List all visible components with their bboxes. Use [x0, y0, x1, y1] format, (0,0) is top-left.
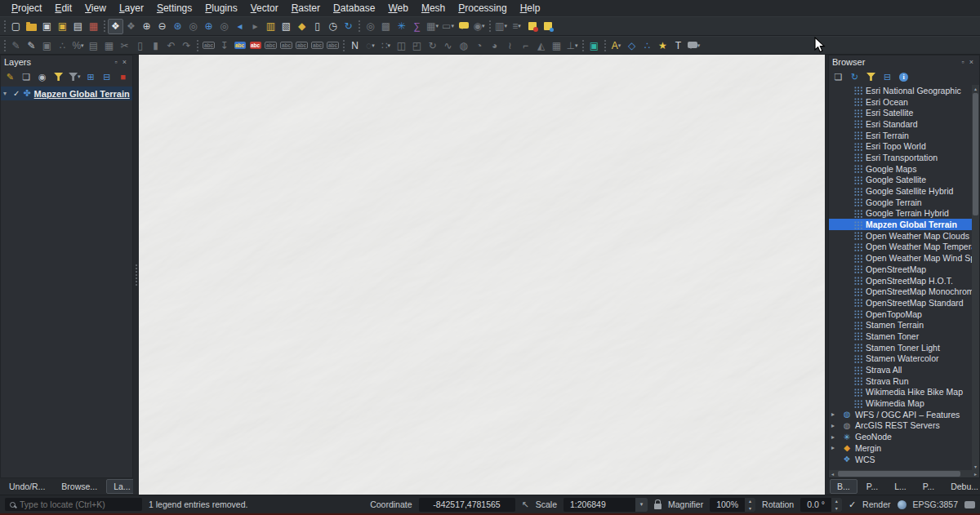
browser-item[interactable]: Google Terrain Hybrid: [829, 208, 972, 220]
dock-tab[interactable]: Debu...: [943, 479, 980, 494]
advanced-digitizing-icon[interactable]: % ▾: [70, 38, 86, 53]
browser-item[interactable]: Esri Topo World: [829, 140, 972, 152]
collapse-browser-icon[interactable]: ⊟ ▾: [880, 70, 894, 84]
text-annotation-off-icon[interactable]: ▾: [524, 19, 540, 34]
browser-connection-item[interactable]: ❖ WCS: [829, 454, 972, 465]
undo-icon[interactable]: ↶ ▾: [163, 38, 179, 53]
layer-checkbox[interactable]: ✓: [13, 89, 20, 98]
pin-annotation-icon[interactable]: ▾: [540, 19, 555, 34]
map-canvas[interactable]: [139, 55, 825, 495]
toolbar-handle[interactable]: ▾: [2, 19, 8, 34]
create-text-annotation-icon[interactable]: T ▾: [670, 38, 686, 53]
save-project-icon[interactable]: ▣ ▾: [39, 19, 55, 34]
new-project-icon[interactable]: ▢ ▾: [8, 19, 24, 34]
vertical-scrollbar[interactable]: ▴ ▾: [972, 85, 979, 470]
expand-arrow-icon[interactable]: ▸: [831, 433, 839, 441]
browser-item[interactable]: Stamen Toner Light: [829, 342, 972, 353]
zoom-native-icon[interactable]: ◎ ▾: [185, 19, 201, 34]
pan-map-icon[interactable]: ❖ ▾: [108, 19, 123, 34]
menu-item[interactable]: Settings: [150, 1, 198, 16]
diagram-options-icon[interactable]: ▦ ▾: [549, 38, 564, 53]
move-feature-icon[interactable]: ∷ ▾: [378, 38, 394, 53]
zoom-full-icon[interactable]: ⊛ ▾: [170, 19, 185, 34]
zoom-last-icon[interactable]: ◂ ▾: [232, 19, 247, 34]
scrollbar-thumb[interactable]: [973, 93, 978, 215]
vertex-tool-icon[interactable]: N ▾: [347, 38, 363, 53]
current-edits-icon[interactable]: ✎ ▾: [24, 38, 39, 53]
dock-tab[interactable]: Undo/R...: [2, 479, 52, 494]
locator-search[interactable]: [5, 498, 142, 511]
locator-input[interactable]: [20, 499, 137, 509]
tracing-icon[interactable]: ⊥ ▾: [564, 38, 580, 53]
zoom-to-layer-icon[interactable]: ⊕ ▾: [201, 19, 216, 34]
expand-arrow-icon[interactable]: ▸: [831, 411, 839, 418]
add-selected-layers-icon[interactable]: ❏ ▾: [831, 70, 845, 84]
scroll-left-icon[interactable]: ◂: [829, 471, 836, 477]
create-point-annotation-icon[interactable]: ∴ ▾: [639, 38, 655, 53]
menu-item[interactable]: Help: [514, 1, 547, 16]
temporal-controller-icon[interactable]: ◷ ▾: [325, 19, 341, 34]
dock-tab[interactable]: B...: [830, 479, 858, 494]
browser-item[interactable]: Google Satellite Hybrid: [829, 185, 972, 197]
menu-item[interactable]: Plugins: [198, 1, 243, 16]
browser-item[interactable]: Open Weather Map Clouds: [829, 230, 972, 242]
rotate-feature-icon[interactable]: ↻ ▾: [425, 38, 440, 53]
layers-visibility-icon[interactable]: ▣ ▾: [586, 38, 602, 53]
filter-browser-icon[interactable]: ▾: [864, 70, 878, 84]
highlight-pinned-labels-icon[interactable]: abc ▾: [263, 38, 278, 53]
merge-features-icon[interactable]: ◰ ▾: [409, 38, 425, 53]
zoom-to-selection-icon[interactable]: ◎ ▾: [216, 19, 232, 34]
paste-features-icon[interactable]: ▮ ▾: [148, 38, 163, 53]
select-freehand-icon[interactable]: ◌ ▾: [363, 38, 378, 53]
toolbar-handle[interactable]: ▾: [341, 38, 347, 53]
copy-features-icon[interactable]: ▯ ▾: [132, 38, 148, 53]
panel-splitter[interactable]: [133, 55, 139, 495]
browser-item[interactable]: Stamen Terrain: [829, 319, 972, 331]
simplify-feature-icon[interactable]: ∿ ▾: [440, 38, 456, 53]
toolbar-handle[interactable]: ▾: [101, 19, 108, 34]
processing-toolbox-icon[interactable]: ✳ ▾: [394, 19, 409, 34]
panel-close-icon[interactable]: ×: [120, 58, 129, 66]
statistical-summary-icon[interactable]: ∑ ▾: [409, 19, 425, 34]
open-project-icon[interactable]: ▾: [24, 19, 39, 34]
fill-ring-icon[interactable]: ◕ ▾: [487, 38, 502, 53]
messages-icon[interactable]: [964, 501, 975, 508]
extent-toggle-icon[interactable]: ↖: [522, 499, 529, 510]
browser-item[interactable]: OpenStreetMap H.O.T.: [829, 275, 972, 286]
collapse-all-icon[interactable]: ⊟ ▾: [100, 70, 114, 84]
spin-up-icon[interactable]: ▴: [745, 498, 755, 505]
refresh-map-icon[interactable]: ↻ ▾: [341, 19, 356, 34]
crs-globe-icon[interactable]: [898, 500, 906, 509]
panel-float-icon[interactable]: ▫: [960, 58, 967, 66]
menu-item[interactable]: Database: [327, 1, 381, 16]
panel-close-icon[interactable]: ×: [967, 58, 976, 66]
scale-combobox[interactable]: 1:206849 ▾: [564, 498, 648, 512]
toolbar-handle[interactable]: ▾: [487, 19, 493, 34]
dock-tab[interactable]: Browse...: [54, 479, 105, 494]
add-feature-icon[interactable]: ∴ ▾: [55, 38, 70, 53]
toolbar-handle[interactable]: ▾: [356, 19, 363, 34]
data-defined-view-icon[interactable]: ▥ ▾: [493, 19, 509, 34]
browser-item[interactable]: Strava All: [829, 364, 972, 375]
browser-item[interactable]: Strava Run: [829, 375, 972, 387]
toggle-editing-icon[interactable]: ✎ ▾: [8, 38, 24, 53]
modify-attributes-icon[interactable]: ▤ ▾: [86, 38, 101, 53]
layer-labeling-icon[interactable]: abc ▾: [232, 38, 247, 53]
measure-icon[interactable]: ▭ ▾: [440, 19, 456, 34]
scroll-up-icon[interactable]: ▴: [972, 85, 979, 92]
create-marker-annotation-icon[interactable]: ★ ▾: [655, 38, 670, 53]
menu-item[interactable]: Processing: [452, 1, 513, 16]
layer-diagram-icon[interactable]: abc ▾: [247, 38, 263, 53]
chevron-down-icon[interactable]: ▾: [635, 498, 648, 512]
browser-item[interactable]: Google Terrain: [829, 197, 972, 208]
create-polygon-annotation-icon[interactable]: ◇ ▾: [624, 38, 639, 53]
attribute-table-icon[interactable]: ▦ ▾: [425, 19, 440, 34]
scroll-down-icon[interactable]: ▾: [972, 463, 979, 470]
select-features-icon[interactable]: ▩ ▾: [378, 19, 394, 34]
rotation-spinbox[interactable]: 0.0 ° ▴ ▾: [800, 498, 842, 512]
identify-features-icon[interactable]: ◎ ▾: [363, 19, 378, 34]
browser-connection-item[interactable]: ▸ ✳ GeoNode: [829, 431, 972, 442]
spin-up-icon[interactable]: ▴: [831, 498, 842, 505]
properties-widget-icon[interactable]: ▾: [897, 70, 911, 84]
spin-down-icon[interactable]: ▾: [745, 504, 755, 512]
